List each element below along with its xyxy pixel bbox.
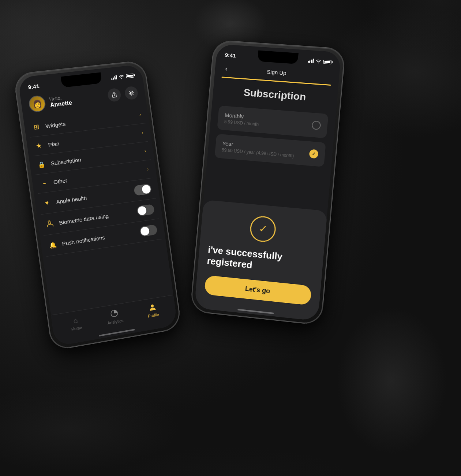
checkmark-icon: ✓ [258,223,268,235]
other-icon: ··· [40,179,49,188]
phone-left: 9:41 [14,60,182,351]
apple-health-icon: ♥ [42,198,52,208]
svg-point-0 [130,92,132,94]
success-panel: ✓ i've successfullyregistered Let's go [194,200,327,321]
home-icon: ⌂ [73,316,78,325]
success-icon: ✓ [249,215,277,243]
chevron-icon: › [139,112,141,117]
signal-icon-right [307,58,314,63]
chevron-icon: › [144,148,146,153]
wifi-icon-right [315,59,322,63]
home-nav-label: Home [71,325,82,331]
subscription-label: Subscription [50,156,82,167]
time-right: 9:41 [225,52,236,59]
signal-icon [110,75,117,80]
avatar: 👩 [28,95,46,113]
other-label: Other [53,177,68,185]
wifi-icon [118,74,124,79]
subscription-options: Monthly 5.99 USD / month Year 59.60 USD … [207,105,336,168]
nav-item-home[interactable]: ⌂ Home [55,313,96,334]
plan-label: Plan [48,140,60,148]
phone-right-screen: 9:41 [194,44,341,321]
push-notifications-label: Push notifications [61,234,105,246]
success-message: i've successfullyregistered [206,244,283,274]
year-option[interactable]: Year 59.60 USD / year (4.99 USD / month) [214,134,326,167]
phone2-content: ‹ Sign Up Subscription Monthly 5.99 [194,60,340,321]
year-radio[interactable] [309,149,318,159]
widgets-icon: ⊞ [32,123,41,132]
phones-container: 9:41 [18,37,443,421]
phone-right-frame: 9:41 [190,40,345,325]
subscription-icon: 🔒 [37,160,46,169]
biometric-icon [45,219,55,228]
lets-go-button[interactable]: Let's go [204,275,312,305]
phone-left-screen: 9:41 [18,64,177,346]
plan-icon: ★ [34,141,44,150]
signup-title: Sign Up [267,68,287,76]
chevron-icon: › [147,167,149,172]
push-notifications-toggle[interactable] [139,224,158,237]
analytics-icon [110,309,119,318]
push-notifications-icon: 🔔 [48,240,57,249]
monthly-option[interactable]: Monthly 5.99 USD / month [217,105,328,138]
share-button[interactable] [107,88,121,102]
apple-health-label: Apple health [56,194,87,205]
analytics-nav-label: Analytics [107,318,124,325]
subscription-heading: Subscription [213,85,337,105]
biometric-toggle[interactable] [136,204,155,216]
nav-item-profile[interactable]: Profile [133,300,172,321]
status-icons-left [110,73,134,80]
monthly-radio[interactable] [311,120,321,130]
battery-icon-right [323,59,331,64]
widgets-label: Widgets [45,120,66,129]
profile-nav-label: Profile [147,312,159,319]
settings-button[interactable] [124,86,139,100]
apple-health-toggle[interactable] [134,183,152,196]
nav-item-analytics[interactable]: Analytics [94,306,135,327]
battery-icon [126,73,134,78]
back-button[interactable]: ‹ [222,63,230,74]
time-left: 9:41 [27,83,40,90]
menu-list: ⊞ Widgets › ★ Plan › [23,105,165,257]
biometric-label: Biometric data using [59,212,109,226]
svg-point-3 [150,304,154,308]
svg-point-1 [49,222,51,224]
phone-right: 9:41 [190,40,345,325]
profile-icon [148,302,157,312]
status-icons-right [307,58,331,64]
chevron-icon: › [142,130,144,135]
phone-left-frame: 9:41 [14,60,182,351]
bottom-nav: ⌂ Home Analytics [51,295,177,346]
